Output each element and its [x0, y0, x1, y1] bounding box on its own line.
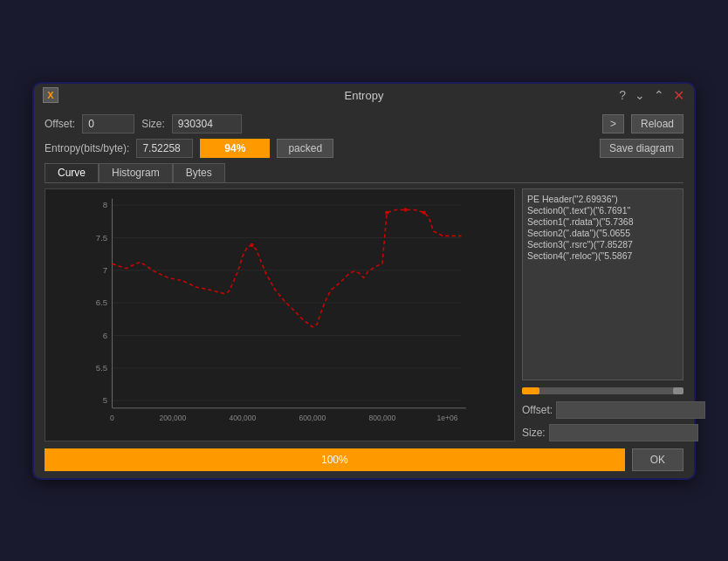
window-title: Entropy — [345, 89, 384, 102]
legend-item-s3: Section3(".rsrc")("7.85287 — [527, 239, 678, 250]
tab-histogram[interactable]: Histogram — [99, 163, 173, 182]
help-button[interactable]: ? — [616, 88, 628, 102]
offset-size-row: Offset: Size: > Reload — [45, 114, 683, 133]
content-area: Offset: Size: > Reload Entropy(bits/byte… — [34, 107, 694, 478]
svg-text:5: 5 — [103, 395, 107, 405]
legend-scrollbar[interactable] — [522, 387, 683, 394]
svg-text:200,000: 200,000 — [159, 413, 186, 421]
panel-offset-input[interactable] — [556, 401, 705, 419]
title-controls: ? ⌄ ⌃ ✕ — [616, 87, 687, 104]
right-panel: PE Header("2.69936") Section0(".text")("… — [522, 188, 683, 441]
app-icon: X — [43, 87, 58, 103]
size-label: Size: — [141, 118, 165, 130]
tabs: Curve Histogram Bytes — [45, 163, 683, 183]
offset-label: Offset: — [45, 118, 75, 130]
legend-item-s1: Section1(".rdata")("5.7368 — [527, 216, 678, 227]
legend-item-s2: Section2(".data")("5.0655 — [527, 228, 678, 238]
svg-text:400,000: 400,000 — [229, 413, 256, 421]
svg-text:7: 7 — [103, 265, 107, 275]
svg-text:5.5: 5.5 — [96, 363, 107, 373]
panel-size-input[interactable] — [549, 424, 698, 441]
svg-text:1e+06: 1e+06 — [437, 413, 458, 421]
bottom-bar: 100% OK — [45, 448, 683, 471]
scrollbar-thumb-right — [673, 387, 683, 394]
entropy-label: Entropy(bits/byte): — [45, 142, 129, 154]
legend-item-pe: PE Header("2.69936") — [527, 194, 678, 204]
entropy-chart: 8 7.5 7 6.5 6 5.5 5 0 200,000 400,000 60… — [45, 189, 514, 441]
svg-text:0: 0 — [110, 413, 114, 421]
size-input[interactable] — [172, 114, 242, 133]
panel-size-row: Size: — [522, 424, 683, 441]
scrollbar-thumb-left — [522, 387, 539, 394]
main-window: X Entropy ? ⌄ ⌃ ✕ Offset: Size: > Reload… — [32, 82, 696, 480]
entropy-value: 7.52258 — [136, 139, 193, 158]
maximize-button[interactable]: ⌃ — [651, 88, 667, 102]
svg-point-25 — [403, 208, 407, 211]
offset-input[interactable] — [82, 114, 134, 133]
svg-point-26 — [422, 210, 426, 214]
svg-text:6.5: 6.5 — [96, 298, 107, 307]
svg-text:8: 8 — [103, 200, 107, 209]
panel-size-label: Size: — [522, 427, 546, 439]
svg-text:6: 6 — [103, 330, 107, 339]
legend-item-s4: Section4(".reloc")("5.5867 — [527, 250, 678, 261]
packed-button[interactable]: packed — [277, 139, 333, 158]
panel-offset-row: Offset: — [522, 401, 683, 419]
entropy-pct: 94% — [200, 139, 270, 158]
title-bar: X Entropy ? ⌄ ⌃ ✕ — [34, 84, 694, 107]
svg-text:600,000: 600,000 — [299, 413, 326, 421]
arrow-button[interactable]: > — [602, 114, 624, 133]
panel-offset-label: Offset: — [522, 404, 553, 416]
save-diagram-button[interactable]: Save diagram — [600, 139, 683, 158]
entropy-row: Entropy(bits/byte): 7.52258 94% packed S… — [45, 139, 683, 158]
tab-bytes[interactable]: Bytes — [173, 163, 225, 182]
tab-curve[interactable]: Curve — [45, 163, 99, 182]
svg-point-23 — [250, 243, 253, 246]
progress-bar: 100% — [45, 448, 625, 471]
chart-container: 8 7.5 7 6.5 6 5.5 5 0 200,000 400,000 60… — [45, 188, 515, 441]
svg-point-24 — [385, 210, 388, 214]
reload-button[interactable]: Reload — [631, 114, 683, 133]
svg-text:800,000: 800,000 — [368, 413, 395, 421]
ok-button[interactable]: OK — [632, 448, 683, 471]
legend-item-s0: Section0(".text")("6.7691" — [527, 205, 678, 216]
close-button[interactable]: ✕ — [670, 87, 687, 104]
svg-rect-0 — [79, 189, 480, 441]
minimize-button[interactable]: ⌄ — [632, 88, 648, 102]
legend-box: PE Header("2.69936") Section0(".text")("… — [522, 188, 683, 380]
main-area: 8 7.5 7 6.5 6 5.5 5 0 200,000 400,000 60… — [45, 188, 683, 441]
icon-label: X — [47, 90, 53, 100]
svg-text:7.5: 7.5 — [96, 232, 107, 242]
